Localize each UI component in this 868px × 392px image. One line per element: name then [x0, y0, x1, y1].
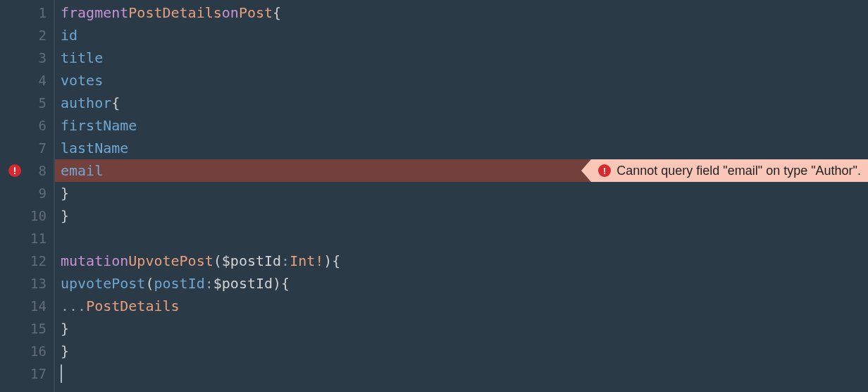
type-post: Post [239, 4, 273, 21]
gutter-row: 7 [0, 137, 54, 159]
brace: { [332, 252, 340, 269]
paren: ( [213, 252, 222, 269]
gutter-row: 1 [0, 1, 54, 24]
code-line[interactable]: upvotePost(postId: $postId) { [55, 272, 868, 295]
text-cursor [61, 365, 62, 383]
gutter-row: 15 [0, 317, 54, 340]
code-line[interactable]: ...PostDetails [55, 295, 868, 317]
gutter-row: 16 [0, 340, 54, 362]
keyword-mutation: mutation [61, 252, 128, 269]
line-number: 2 [39, 27, 46, 43]
type-postdetails: PostDetails [128, 4, 221, 21]
line-number: 3 [39, 50, 46, 66]
gutter-row: 13 [0, 272, 54, 295]
code-line[interactable]: mutation UpvotePost($postId: Int!) { [55, 250, 868, 272]
line-number: 14 [30, 298, 46, 314]
line-number: 1 [39, 5, 46, 20]
keyword-on: on [222, 4, 239, 21]
gutter-row: 5 [0, 92, 54, 114]
code-line[interactable]: } [55, 204, 868, 227]
variable-postid: $postId [222, 252, 281, 269]
gutter-row: 3 [0, 47, 54, 69]
field-author: author [61, 94, 111, 111]
fragment-ref: PostDetails [86, 298, 179, 314]
arg-postid: postId [154, 275, 204, 292]
gutter-row: 8 [0, 159, 54, 182]
code-line[interactable]: id [55, 24, 868, 47]
gutter-row: 6 [0, 114, 54, 137]
gutter-row: 2 [0, 24, 54, 47]
line-number: 8 [39, 163, 46, 178]
gutter-row: 11 [0, 227, 54, 250]
code-line[interactable]: title [55, 47, 868, 69]
code-line-error[interactable]: email Cannot query field "email" on type… [55, 159, 868, 182]
gutter-row: 4 [0, 69, 54, 92]
brace: { [111, 94, 120, 111]
code-line[interactable] [55, 227, 868, 250]
colon: : [281, 252, 290, 269]
code-line[interactable] [55, 362, 868, 385]
gutter-row: 14 [0, 295, 54, 317]
paren: ( [145, 275, 154, 292]
line-number: 16 [30, 343, 46, 359]
line-number: 10 [30, 208, 46, 223]
line-number: 12 [30, 253, 46, 269]
paren: ) [323, 252, 332, 269]
code-line[interactable]: } [55, 340, 868, 362]
field-upvotepost: upvotePost [61, 275, 145, 292]
line-number: 15 [30, 321, 46, 336]
code-line[interactable]: fragment PostDetails on Post { [55, 1, 868, 24]
type-int: Int! [290, 252, 323, 269]
type-upvotepost: UpvotePost [128, 252, 213, 269]
field-id: id [61, 27, 78, 44]
field-votes: votes [61, 72, 103, 89]
code-line[interactable]: } [55, 317, 868, 340]
code-line[interactable]: firstName [55, 114, 868, 137]
line-number: 4 [39, 73, 46, 88]
line-number: 17 [30, 366, 46, 381]
line-number: 11 [30, 231, 46, 246]
code-line[interactable]: lastName [55, 137, 868, 159]
brace: } [61, 207, 69, 224]
error-message: Cannot query field "email" on type "Auth… [616, 164, 861, 178]
line-number: 7 [39, 140, 46, 156]
colon: : [205, 275, 213, 292]
brace: } [61, 343, 69, 360]
line-number: 9 [39, 185, 46, 201]
spread: ... [61, 298, 86, 314]
field-email: email [61, 162, 103, 179]
brace: { [273, 4, 281, 21]
code-line[interactable]: votes [55, 69, 868, 92]
gutter-row: 10 [0, 204, 54, 227]
code-area[interactable]: fragment PostDetails on Post { id title … [55, 0, 868, 392]
brace: { [281, 275, 290, 292]
code-line[interactable]: author { [55, 92, 868, 114]
brace: } [61, 185, 69, 202]
gutter-row: 9 [0, 182, 54, 204]
variable-postid: $postId [213, 275, 273, 292]
code-editor[interactable]: 1 2 3 4 5 6 7 8 9 10 11 12 13 14 15 16 1… [0, 0, 868, 392]
line-number: 5 [39, 95, 46, 111]
error-icon[interactable] [8, 164, 21, 177]
field-firstname: firstName [61, 117, 137, 134]
line-number: 6 [39, 118, 46, 133]
error-tooltip[interactable]: Cannot query field "email" on type "Auth… [591, 159, 868, 182]
paren: ) [273, 275, 281, 292]
gutter-row: 17 [0, 362, 54, 385]
code-line[interactable]: } [55, 182, 868, 204]
field-lastname: lastName [61, 140, 128, 157]
error-icon [598, 164, 611, 177]
field-title: title [61, 49, 103, 66]
line-number: 13 [30, 276, 46, 291]
gutter-row: 12 [0, 250, 54, 272]
gutter: 1 2 3 4 5 6 7 8 9 10 11 12 13 14 15 16 1… [0, 0, 55, 392]
brace: } [61, 320, 69, 337]
keyword-fragment: fragment [61, 4, 128, 21]
